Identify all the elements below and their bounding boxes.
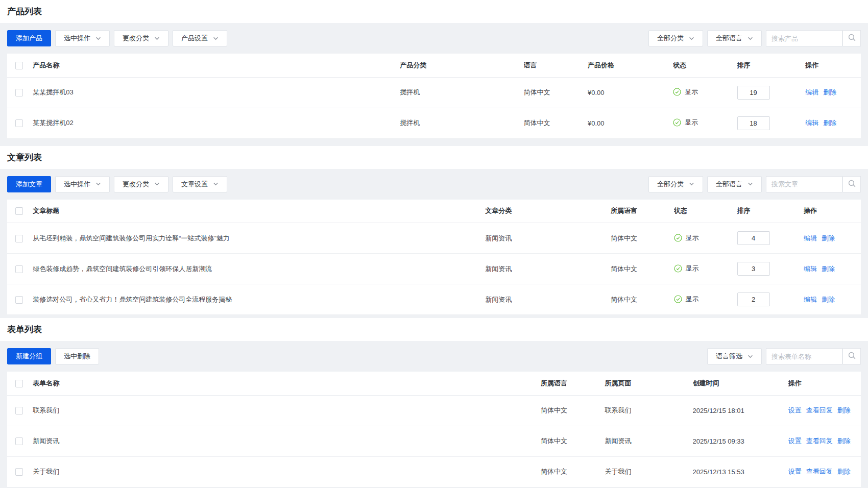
form-name: 关于我们	[33, 456, 541, 487]
select-all-checkbox[interactable]	[15, 62, 23, 69]
language-filter-dropdown[interactable]: 语言筛选	[707, 348, 762, 364]
status-badge: 显示	[674, 295, 699, 304]
delete-link[interactable]: 删除	[822, 234, 835, 242]
check-circle-icon	[674, 264, 682, 273]
language-filter-label: 全部语言	[716, 34, 742, 43]
table-row: 从毛坯到精装，鼎筑空间建筑装修公司用实力诠释“一站式装修”魅力 新闻资讯 简体中…	[7, 223, 861, 254]
products-toolbar: 添加产品 选中操作 更改分类 产品设置 全部分类 全部语言	[7, 30, 861, 46]
delete-link[interactable]: 删除	[837, 406, 851, 414]
status-label: 显示	[685, 118, 698, 127]
article-search-button[interactable]	[842, 176, 861, 192]
add-article-button[interactable]: 添加文章	[7, 176, 51, 192]
chevron-down-icon	[748, 36, 753, 41]
category-filter-dropdown[interactable]: 全部分类	[648, 176, 703, 192]
articles-section-title: 文章列表	[0, 146, 868, 169]
edit-link[interactable]: 编辑	[804, 296, 817, 303]
row-checkbox[interactable]	[15, 468, 23, 476]
delete-link[interactable]: 删除	[822, 296, 835, 303]
row-checkbox[interactable]	[15, 407, 23, 414]
product-name: 某某搅拌机03	[33, 77, 400, 108]
edit-link[interactable]: 编辑	[805, 88, 818, 96]
column-header: 所属语言	[611, 200, 674, 223]
row-checkbox[interactable]	[15, 235, 23, 242]
products-panel: 添加产品 选中操作 更改分类 产品设置 全部分类 全部语言	[0, 23, 868, 146]
view-replies-link[interactable]: 查看回复	[806, 468, 833, 475]
sort-input[interactable]	[737, 116, 770, 130]
form-language: 简体中文	[541, 426, 605, 456]
search-icon	[848, 179, 856, 189]
view-replies-link[interactable]: 查看回复	[806, 406, 833, 414]
delete-link[interactable]: 删除	[823, 88, 836, 96]
delete-link[interactable]: 删除	[837, 437, 851, 445]
articles-panel: 添加文章 选中操作 更改分类 文章设置 全部分类 全部语言	[0, 169, 868, 319]
sort-input[interactable]	[737, 262, 770, 276]
delete-selected-button[interactable]: 选中删除	[55, 348, 99, 364]
row-checkbox[interactable]	[15, 89, 23, 96]
category-filter-dropdown[interactable]: 全部分类	[648, 30, 703, 46]
forms-toolbar: 新建分组 选中删除 语言筛选	[7, 348, 861, 364]
add-product-button[interactable]: 添加产品	[7, 30, 51, 46]
product-settings-dropdown[interactable]: 产品设置	[173, 30, 227, 46]
edit-link[interactable]: 编辑	[804, 234, 817, 242]
product-price: ¥0.00	[588, 108, 673, 138]
column-header: 所属页面	[605, 372, 692, 395]
article-title: 装修选对公司，省心又省力！鼎筑空间建筑装修公司全流程服务揭秘	[33, 284, 485, 315]
check-circle-icon	[673, 88, 681, 96]
check-circle-icon	[673, 118, 681, 127]
change-category-dropdown[interactable]: 更改分类	[114, 176, 168, 192]
form-name: 新闻资讯	[33, 426, 541, 456]
row-checkbox[interactable]	[15, 265, 23, 273]
forms-header-row: 表单名称 所属语言 所属页面 创建时间 操作	[7, 372, 861, 395]
product-search-button[interactable]	[842, 30, 861, 46]
table-row: 某某搅拌机03 搅拌机 简体中文 ¥0.00 显示 编辑删除	[7, 77, 861, 108]
settings-link[interactable]: 设置	[788, 437, 802, 445]
column-header: 表单名称	[33, 372, 541, 395]
change-category-dropdown[interactable]: 更改分类	[114, 30, 168, 46]
articles-toolbar: 添加文章 选中操作 更改分类 文章设置 全部分类 全部语言	[7, 176, 861, 192]
table-row: 联系我们 简体中文 联系我们 2025/12/15 18:01 设置查看回复删除	[7, 395, 861, 426]
article-settings-dropdown[interactable]: 文章设置	[173, 176, 227, 192]
form-search-input[interactable]	[766, 348, 842, 364]
column-header: 所属语言	[541, 372, 605, 395]
delete-selected-label: 选中删除	[64, 352, 90, 361]
forms-table: 表单名称 所属语言 所属页面 创建时间 操作 联系我们 简体中文 联系我们 20…	[7, 372, 861, 487]
product-category: 搅拌机	[400, 77, 523, 108]
status-badge: 显示	[673, 87, 698, 96]
edit-link[interactable]: 编辑	[805, 119, 818, 127]
selected-actions-dropdown[interactable]: 选中操作	[55, 30, 110, 46]
selected-actions-dropdown[interactable]: 选中操作	[55, 176, 110, 192]
settings-link[interactable]: 设置	[788, 468, 802, 475]
product-category: 搅拌机	[400, 108, 523, 138]
language-filter-dropdown[interactable]: 全部语言	[707, 30, 762, 46]
product-search	[766, 30, 861, 46]
row-checkbox[interactable]	[15, 296, 23, 304]
chevron-down-icon	[689, 181, 694, 187]
new-group-button[interactable]: 新建分组	[7, 348, 51, 364]
row-checkbox[interactable]	[15, 119, 23, 127]
form-search-button[interactable]	[842, 348, 861, 364]
delete-link[interactable]: 删除	[823, 119, 836, 127]
sort-input[interactable]	[737, 231, 770, 245]
language-filter-dropdown[interactable]: 全部语言	[707, 176, 762, 192]
category-filter-label: 全部分类	[657, 180, 684, 189]
chevron-down-icon	[748, 354, 753, 359]
view-replies-link[interactable]: 查看回复	[806, 437, 833, 445]
articles-table: 文章标题 文章分类 所属语言 状态 排序 操作 从毛坯到精装，鼎筑空间建筑装修公…	[7, 200, 861, 315]
delete-link[interactable]: 删除	[822, 265, 835, 273]
sort-input[interactable]	[737, 292, 770, 306]
settings-link[interactable]: 设置	[788, 406, 802, 414]
table-row: 关于我们 简体中文 关于我们 2025/12/13 15:53 设置查看回复删除	[7, 456, 861, 487]
form-name: 联系我们	[33, 395, 541, 426]
select-all-checkbox[interactable]	[15, 207, 23, 215]
delete-link[interactable]: 删除	[837, 468, 851, 475]
article-search-input[interactable]	[766, 176, 842, 192]
language-filter-label: 全部语言	[716, 180, 742, 189]
product-settings-label: 产品设置	[181, 34, 208, 43]
chevron-down-icon	[154, 36, 160, 41]
products-section-title: 产品列表	[0, 0, 868, 23]
row-checkbox[interactable]	[15, 437, 23, 445]
edit-link[interactable]: 编辑	[804, 265, 817, 273]
sort-input[interactable]	[737, 86, 770, 100]
select-all-checkbox[interactable]	[15, 380, 23, 387]
product-search-input[interactable]	[766, 30, 842, 46]
